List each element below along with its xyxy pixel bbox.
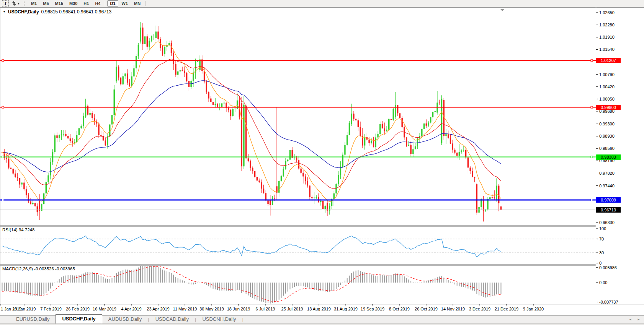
time-axis: 1 Jan 201919 Jan 20197 Feb 201926 Feb 20…: [1, 304, 544, 311]
svg-text:7 Feb 2019: 7 Feb 2019: [40, 307, 62, 311]
line-anchor-handle[interactable]: [2, 156, 4, 158]
svg-text:1.01910: 1.01910: [599, 35, 615, 39]
svg-text:-0.007737: -0.007737: [599, 300, 618, 304]
line-anchor-handle[interactable]: [591, 156, 593, 158]
macd-group: [2, 265, 501, 304]
tab-audusd[interactable]: AUDUSD,Daily: [102, 315, 148, 323]
svg-text:13 Aug 2019: 13 Aug 2019: [307, 307, 331, 311]
price-marker-0.97009: 0.97009: [596, 197, 621, 203]
svg-text:19 Sep 2019: 19 Sep 2019: [361, 307, 384, 311]
status-strip: [0, 323, 644, 325]
svg-text:16 Mar 2019: 16 Mar 2019: [93, 307, 116, 311]
price-marker-0.98303: 0.98303: [596, 154, 621, 160]
svg-text:0.99300: 0.99300: [599, 122, 615, 126]
svg-text:1.02280: 1.02280: [599, 23, 615, 27]
tab-scroll-arrows: ◄ ►: [629, 318, 640, 321]
line-anchor-handle[interactable]: [2, 106, 4, 108]
svg-text:11 May 2019: 11 May 2019: [173, 307, 197, 311]
svg-text:9 Jan 2020: 9 Jan 2020: [523, 307, 544, 311]
svg-text:1.01540: 1.01540: [599, 47, 615, 52]
svg-text:8 Oct 2019: 8 Oct 2019: [389, 307, 410, 311]
svg-text:25 Jul 2019: 25 Jul 2019: [281, 307, 303, 311]
svg-text:1.00420: 1.00420: [599, 84, 615, 89]
line-anchor-handle[interactable]: [591, 199, 593, 201]
macd-signal-line: [2, 266, 501, 302]
chart-dropdown-icon[interactable]: ▼: [3, 10, 6, 13]
line-anchor-handle[interactable]: [2, 60, 4, 62]
svg-text:0.005986: 0.005986: [599, 265, 617, 270]
svg-text:0.97820: 0.97820: [599, 171, 615, 176]
svg-text:18 Jun 2019: 18 Jun 2019: [227, 307, 250, 311]
tab-usdchf[interactable]: USDCHF,Daily: [56, 314, 102, 323]
macd-label: MACD(12,26,9) -0.003526 -0.003965: [2, 266, 75, 271]
svg-text:26 Feb 2019: 26 Feb 2019: [66, 307, 90, 311]
svg-text:30 May 2019: 30 May 2019: [199, 307, 224, 311]
price-marker-0.96713: 0.96713: [596, 207, 621, 213]
svg-text:0.00: 0.00: [599, 280, 607, 285]
svg-text:0: 0: [599, 261, 602, 265]
price-marker-0.99800: 0.99800: [596, 105, 621, 110]
svg-text:23 Apr 2019: 23 Apr 2019: [147, 307, 169, 311]
tab-eurusd[interactable]: EURUSD,Daily: [10, 315, 56, 323]
tab-usdcad[interactable]: USDCAD,Daily: [149, 315, 195, 323]
line-anchor-handle[interactable]: [591, 106, 593, 108]
svg-text:6 Jul 2019: 6 Jul 2019: [256, 307, 275, 311]
svg-text:4 Apr 2019: 4 Apr 2019: [121, 307, 141, 311]
line-anchor-handle[interactable]: [591, 60, 593, 62]
svg-text:1.02650: 1.02650: [599, 10, 615, 15]
svg-text:30: 30: [599, 250, 604, 255]
tab-scroll-right-icon[interactable]: ►: [637, 318, 640, 321]
chart-canvas[interactable]: [0, 8, 596, 226]
tab-scroll-left-icon[interactable]: ◄: [629, 318, 632, 321]
mt4-window: T ▼ M1M5M15M30H1H4D1W1MN 1.026501.022801…: [0, 0, 644, 325]
svg-text:1.00790: 1.00790: [599, 72, 615, 77]
price-marker-1.01207: 1.01207: [596, 58, 621, 63]
svg-text:70: 70: [599, 237, 604, 241]
chart-title: ▼ USDCHF,Daily 0.96815 0.96841 0.96641 0…: [3, 9, 111, 15]
svg-text:21 Dec 2019: 21 Dec 2019: [495, 307, 518, 311]
svg-text:14 Nov 2019: 14 Nov 2019: [441, 307, 465, 311]
svg-text:0.96330: 0.96330: [599, 220, 615, 225]
chart-svg: 1.026501.022801.019101.015401.007901.004…: [0, 0, 644, 325]
svg-text:0.98930: 0.98930: [599, 134, 615, 138]
svg-text:0.98560: 0.98560: [599, 146, 615, 151]
svg-text:26 Oct 2019: 26 Oct 2019: [415, 307, 438, 311]
rsi-label: RSI(14) 34.7248: [2, 227, 34, 232]
tab-separator: |: [242, 317, 244, 323]
svg-text:1.00050: 1.00050: [599, 97, 615, 101]
line-anchor-handle[interactable]: [2, 199, 4, 201]
svg-text:100: 100: [599, 226, 606, 231]
svg-text:31 Aug 2019: 31 Aug 2019: [334, 307, 358, 311]
ohlc-values: 0.96815 0.96841 0.96641 0.96713: [41, 9, 112, 15]
chart-top-edge: [0, 7, 644, 8]
tab-usdcnh[interactable]: USDCNH,Daily: [196, 315, 242, 323]
chart-tab-bar: EURUSD,DailyUSDCHF,DailyAUDUSD,Daily|USD…: [0, 315, 644, 323]
svg-text:3 Dec 2019: 3 Dec 2019: [469, 307, 490, 311]
svg-text:19 Jan 2019: 19 Jan 2019: [13, 307, 36, 311]
svg-text:0.97440: 0.97440: [599, 184, 615, 188]
symbol-title: USDCHF,Daily: [8, 9, 39, 15]
